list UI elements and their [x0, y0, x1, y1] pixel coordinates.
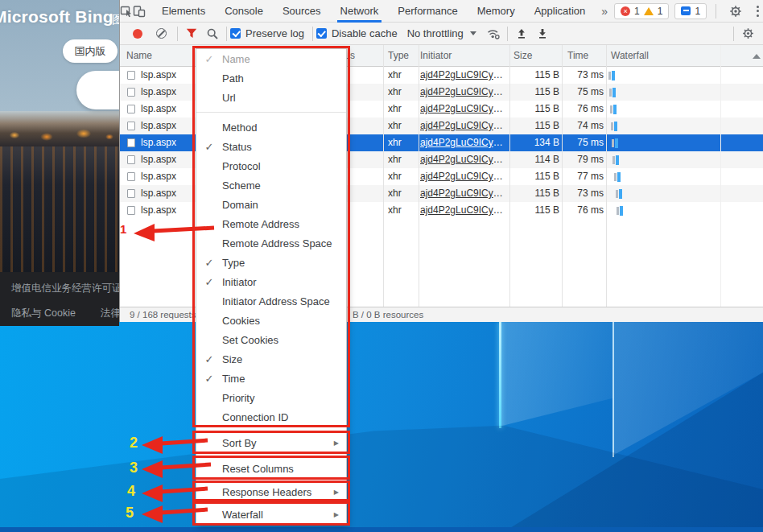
column-header-initiator[interactable]: Initiator	[420, 45, 452, 67]
menu-item-label: Priority	[222, 392, 346, 404]
menu-item-size[interactable]: ✓Size	[196, 349, 346, 369]
tab-network[interactable]: Network	[331, 0, 389, 23]
menu-item-protocol[interactable]: Protocol	[196, 156, 346, 175]
record-button[interactable]	[133, 29, 142, 39]
menu-item-sort-by[interactable]: Sort By▶	[196, 431, 346, 454]
menu-item-priority[interactable]: Priority	[196, 388, 346, 407]
column-header-size[interactable]: Size	[513, 45, 532, 67]
menu-item-reset-columns[interactable]: Reset Columns	[196, 457, 346, 480]
disable-cache-label: Disable cache	[332, 27, 398, 39]
filter-funnel-icon[interactable]	[181, 23, 202, 44]
settings-gear-icon[interactable]	[725, 1, 746, 22]
column-header-waterfall[interactable]: Waterfall	[611, 45, 649, 67]
menu-item-name: ✓Name	[196, 49, 346, 68]
menu-item-status[interactable]: ✓Status	[196, 137, 346, 156]
request-initiator-link[interactable]: ajd4P2gLuC9ICyk...	[420, 67, 504, 84]
waterfall-wait-tick	[617, 207, 619, 215]
menu-item-method[interactable]: Method	[196, 118, 346, 137]
request-initiator-link[interactable]: ajd4P2gLuC9ICyk...	[420, 202, 504, 219]
menu-item-type[interactable]: ✓Type	[196, 253, 346, 272]
bing-region-button[interactable]: 国内版	[63, 39, 118, 63]
menu-item-initiator[interactable]: ✓Initiator	[196, 272, 346, 291]
menu-item-scheme[interactable]: Scheme	[196, 175, 346, 195]
request-initiator-link[interactable]: ajd4P2gLuC9ICyk...	[420, 168, 504, 185]
menu-item-initiator-address-space[interactable]: Initiator Address Space	[196, 291, 346, 311]
menu-item-label: Reset Columns	[222, 463, 346, 475]
menu-item-remote-address-space[interactable]: Remote Address Space	[196, 233, 346, 253]
file-icon	[127, 172, 135, 181]
request-type: xhr	[388, 185, 402, 202]
kebab-menu-icon[interactable]	[752, 6, 763, 17]
tab-console[interactable]: Console	[215, 0, 273, 23]
column-separator	[606, 45, 607, 307]
disable-cache-checkbox[interactable]	[316, 28, 327, 39]
search-icon[interactable]	[202, 23, 223, 44]
menu-item-remote-address[interactable]: Remote Address	[196, 214, 346, 233]
throttling-select[interactable]: No throttling	[407, 27, 464, 39]
request-initiator-link[interactable]: ajd4P2gLuC9ICyk...	[420, 118, 504, 134]
bing-footer-privacy-link[interactable]: 隐私与 Cookie	[11, 307, 76, 320]
network-conditions-icon[interactable]	[483, 23, 504, 44]
messages-badge[interactable]: 1	[674, 3, 707, 19]
bing-nav-item-partial[interactable]: 图	[112, 13, 119, 27]
bing-footer-license[interactable]: 增值电信业务经营许可证	[11, 282, 119, 295]
menu-item-connection-id[interactable]: Connection ID	[196, 407, 346, 427]
screen: Microsoft Bing 图 国内版 增值电信业务经营许可证 隐私与 Coo…	[0, 0, 763, 532]
bing-footer-legal-link[interactable]: 法律声明	[101, 307, 119, 320]
issues-badge[interactable]: × 1 1	[614, 3, 669, 19]
tab-performance[interactable]: Performance	[388, 0, 467, 23]
sort-ascending-icon	[753, 54, 761, 59]
menu-item-label: Remote Address	[222, 218, 346, 230]
menu-item-domain[interactable]: Domain	[196, 195, 346, 214]
menu-item-waterfall[interactable]: Waterfall▶	[196, 503, 346, 526]
device-toolbar-icon[interactable]	[133, 1, 146, 22]
menu-item-label: Protocol	[222, 160, 346, 172]
menu-item-label: Remote Address Space	[222, 237, 346, 250]
menu-item-cookies[interactable]: Cookies	[196, 311, 346, 330]
column-header-type[interactable]: Type	[388, 45, 409, 67]
inspect-element-icon[interactable]	[120, 1, 133, 22]
annotation-number-2: 2	[130, 435, 138, 452]
divider	[507, 27, 508, 41]
bing-search-input[interactable]	[76, 71, 119, 109]
request-time: 79 ms	[563, 151, 604, 168]
request-initiator-link[interactable]: ajd4P2gLuC9ICyk...	[420, 101, 504, 118]
column-header-time[interactable]: Time	[567, 45, 588, 67]
waterfall-wait-tick	[612, 156, 615, 164]
waterfall-bar	[615, 138, 618, 148]
request-initiator-link[interactable]: ajd4P2gLuC9ICyk...	[420, 151, 504, 168]
menu-item-label: Waterfall	[222, 509, 334, 521]
request-initiator-link[interactable]: ajd4P2gLuC9ICyk...	[420, 84, 504, 101]
menu-item-set-cookies[interactable]: Set Cookies	[196, 330, 346, 349]
file-icon	[127, 189, 135, 198]
tab-sources[interactable]: Sources	[273, 0, 331, 23]
request-initiator-link[interactable]: ajd4P2gLuC9ICyk...	[420, 185, 504, 202]
import-har-icon[interactable]	[511, 23, 532, 44]
chevron-down-icon[interactable]	[470, 31, 476, 35]
file-icon	[127, 71, 135, 80]
menu-item-response-headers[interactable]: Response Headers▶	[196, 482, 346, 502]
clear-icon[interactable]	[156, 28, 167, 39]
preserve-log-checkbox[interactable]	[230, 28, 241, 39]
menu-item-url[interactable]: Url	[196, 88, 346, 107]
tab-application[interactable]: Application	[525, 0, 596, 23]
waterfall-bar	[617, 172, 621, 182]
divider	[733, 27, 734, 41]
request-initiator-link[interactable]: ajd4P2gLuC9ICyk...	[420, 134, 504, 151]
bing-page: Microsoft Bing 图 国内版 增值电信业务经营许可证 隐私与 Coo…	[0, 0, 119, 326]
menu-item-label: Type	[222, 257, 346, 269]
network-settings-gear-icon[interactable]	[737, 23, 758, 44]
tab-memory[interactable]: Memory	[468, 0, 525, 23]
tab-elements[interactable]: Elements	[152, 0, 215, 23]
menu-item-path[interactable]: Path	[196, 68, 346, 88]
waterfall-bar	[619, 189, 622, 199]
waterfall-wait-tick	[616, 190, 618, 198]
request-type: xhr	[388, 84, 402, 101]
annotation-number-3: 3	[130, 460, 138, 476]
export-har-icon[interactable]	[532, 23, 553, 44]
menu-item-label: Initiator Address Space	[222, 295, 346, 307]
more-tabs-button[interactable]: »	[595, 5, 614, 18]
request-type: xhr	[388, 151, 402, 168]
menu-item-time[interactable]: ✓Time	[196, 369, 346, 388]
column-header-name[interactable]: Name	[126, 45, 152, 67]
